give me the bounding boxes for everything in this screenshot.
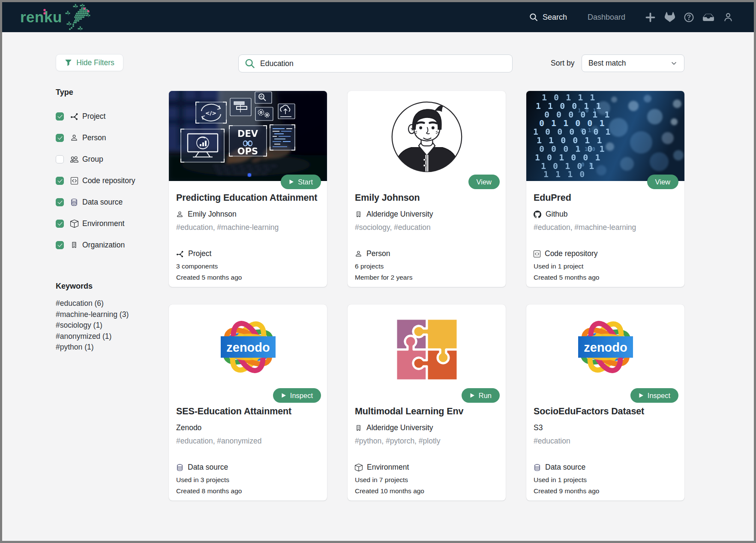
type-filter-data-source[interactable]: Data source — [56, 191, 135, 213]
nav-icon-group — [645, 12, 733, 23]
start-button[interactable]: Start — [281, 175, 321, 189]
type-filter-label: Project — [82, 112, 105, 121]
card-source: Zenodo — [176, 423, 201, 432]
plus-icon[interactable] — [645, 12, 656, 23]
project-icon — [70, 112, 78, 121]
building-icon — [355, 211, 362, 218]
renku-logo[interactable]: renku — [20, 2, 90, 32]
card-meta-usage: Used in 3 projects — [176, 476, 229, 484]
code-repository-icon — [70, 177, 78, 184]
puzzle-image — [348, 305, 506, 395]
card-type-label: Data source — [188, 463, 228, 472]
type-filter-list: Project Person Group Code repository Dat… — [56, 106, 135, 256]
hide-filters-button[interactable]: Hide Filters — [56, 54, 123, 71]
card-type: Environment — [355, 463, 409, 472]
type-filter-label: Group — [82, 155, 103, 164]
view-button[interactable]: View — [647, 175, 678, 189]
card-keywords: #education, #machine-learning — [534, 223, 636, 232]
action-label: Start — [298, 178, 313, 186]
card-meta-usage: Used in 7 projects — [355, 476, 408, 484]
svg-text:0 1: 0 1 — [580, 127, 591, 133]
keyword-item[interactable]: #education (6) — [56, 298, 129, 309]
card-title[interactable]: SES-Education Attainment — [176, 406, 322, 417]
project-icon — [176, 250, 184, 258]
type-filter-environment[interactable]: Environment — [56, 213, 135, 234]
zenodo-logo-image: zenodo — [526, 305, 684, 395]
card-title[interactable]: Emily Johnson — [355, 193, 501, 203]
card-source-name: Zenodo — [176, 423, 201, 432]
search-input-value: Education — [260, 59, 294, 68]
play-icon — [289, 179, 294, 184]
card-affiliation: Alderidge University — [355, 423, 433, 432]
play-icon — [281, 393, 286, 398]
renku-search-page: renku — [0, 0, 756, 543]
keyword-item[interactable]: #anonymized (1) — [56, 331, 129, 342]
keyword-item[interactable]: #machine-learning (3) — [56, 309, 129, 320]
action-label: Inspect — [648, 392, 670, 400]
nav-search-label: Search — [543, 13, 567, 22]
svg-text:</>: </> — [205, 110, 217, 116]
keyword-item[interactable]: #python (1) — [56, 342, 129, 353]
nav-dashboard-link[interactable]: Dashboard — [588, 13, 625, 22]
card-meta-created: Created 10 months ago — [355, 487, 424, 495]
zenodo-logo-image: zenodo — [169, 305, 327, 395]
inspect-button[interactable]: Inspect — [630, 388, 678, 403]
card-meta-created: Created 5 months ago — [534, 274, 599, 281]
type-filter-label: Organization — [82, 241, 125, 250]
binary-code-image: 1 0 1 1 1 1 1 0 0 1 1 0 0 0 0 1 1 0 1 1 … — [526, 91, 684, 181]
building-icon — [70, 241, 78, 249]
result-card-ses-education-attainment[interactable]: zenodo Inspect SES-Education Attainment … — [169, 305, 327, 501]
sort-select[interactable]: Best match — [582, 54, 684, 72]
result-card-socioedufactors-dataset[interactable]: zenodo Inspect SocioEduFactors Dataset S… — [526, 305, 684, 501]
result-card-multimodal-learning-env[interactable]: Run Multimodal Learning Env Alderidge Un… — [348, 305, 506, 501]
code-repository-checkbox[interactable] — [56, 177, 64, 185]
help-circle-icon[interactable] — [684, 12, 694, 22]
card-title[interactable]: Multimodal Learning Env — [355, 406, 501, 417]
card-type-label: Environment — [367, 463, 409, 472]
keyword-item[interactable]: #sociology (1) — [56, 320, 129, 331]
inspect-button[interactable]: Inspect — [273, 388, 321, 403]
filter-funnel-icon — [65, 59, 72, 66]
svg-text:1 1 1 0: 1 1 1 0 — [543, 169, 585, 179]
group-checkbox[interactable] — [56, 155, 64, 163]
card-title[interactable]: EduPred — [534, 193, 679, 203]
user-icon[interactable] — [723, 12, 733, 22]
play-icon — [639, 393, 644, 398]
project-checkbox[interactable] — [56, 112, 64, 121]
result-card-edupred[interactable]: 1 0 1 1 1 1 1 0 0 1 1 0 0 0 0 1 1 0 1 1 … — [526, 91, 684, 287]
card-affiliation: Alderidge University — [355, 210, 433, 219]
type-filter-person[interactable]: Person — [56, 127, 135, 148]
play-icon — [470, 393, 475, 398]
view-button[interactable]: View — [468, 175, 500, 189]
person-checkbox[interactable] — [56, 134, 64, 142]
type-filter-organization[interactable]: Organization — [56, 234, 135, 256]
box-icon — [70, 220, 78, 228]
building-icon — [355, 424, 362, 431]
person-icon — [176, 211, 183, 218]
environment-checkbox[interactable] — [56, 220, 64, 228]
organization-checkbox[interactable] — [56, 241, 64, 249]
type-filter-project[interactable]: Project — [56, 106, 135, 127]
data-source-checkbox[interactable] — [56, 198, 64, 206]
database-icon — [534, 464, 541, 471]
card-meta-usage: Used in 1 projects — [534, 476, 587, 484]
run-button[interactable]: Run — [462, 388, 500, 403]
card-source: S3 — [534, 423, 543, 432]
action-label: Inspect — [290, 392, 313, 400]
type-filter-group[interactable]: Group — [56, 148, 135, 170]
card-type-label: Code repository — [545, 249, 598, 258]
result-card-emily-johnson[interactable]: View Emily Johnson Alderidge University … — [348, 91, 506, 287]
card-title[interactable]: Predicting Education Attainment — [176, 193, 322, 203]
type-filter-label: Person — [82, 133, 106, 142]
nav-search-link[interactable]: Search — [529, 13, 567, 22]
card-creator-name: Emily Johnson — [188, 210, 237, 219]
gitlab-icon[interactable] — [665, 12, 675, 22]
type-filter-code-repository[interactable]: Code repository — [56, 170, 135, 191]
card-keywords: #education, #anonymized — [176, 437, 261, 446]
card-title[interactable]: SocioEduFactors Dataset — [534, 406, 679, 417]
card-type: Code repository — [534, 249, 598, 258]
inbox-icon[interactable] — [703, 12, 714, 23]
code-repository-icon — [534, 250, 540, 257]
result-card-predicting-education-attainment[interactable]: </> — [169, 91, 327, 287]
search-input[interactable]: Education — [238, 54, 513, 72]
